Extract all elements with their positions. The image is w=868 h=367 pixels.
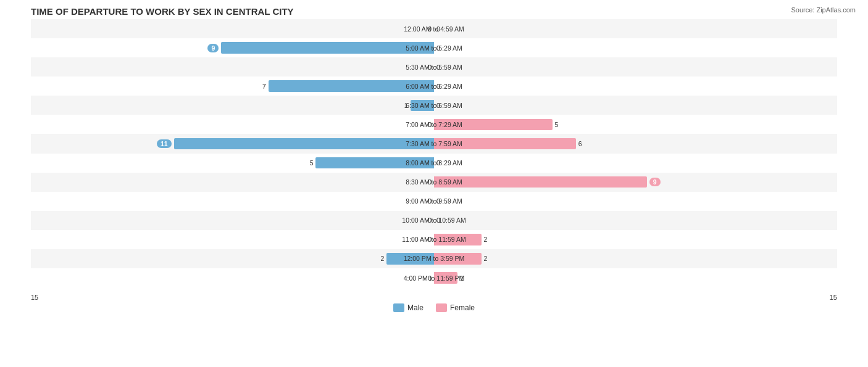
bar-row: 5:00 AM to 5:29 AM90 <box>31 38 837 57</box>
male-value: 2 <box>381 255 385 262</box>
female-bar <box>434 234 482 245</box>
male-legend-label: Male <box>407 303 424 312</box>
bar-row: 10:00 AM to 10:59 AM00 <box>31 211 837 230</box>
female-bar <box>434 253 482 265</box>
female-bar <box>434 272 457 284</box>
female-value: 9 <box>649 178 661 186</box>
female-bar <box>434 176 647 188</box>
axis-left-label: 15 <box>31 294 38 301</box>
bar-row: 12:00 PM to 3:59 PM22 <box>31 249 837 268</box>
female-value: 6 <box>578 140 582 147</box>
bar-row: 11:00 AM to 11:59 AM02 <box>31 230 837 249</box>
bar-row: 7:30 AM to 7:59 AM116 <box>31 134 837 153</box>
male-value: 0 <box>428 197 432 205</box>
female-legend-box <box>436 303 447 312</box>
female-value: 2 <box>484 236 488 243</box>
time-label: 5:30 AM to 5:59 AM <box>406 64 462 71</box>
male-value: 0 <box>428 236 432 243</box>
female-value: 0 <box>436 83 440 90</box>
chart-area: 12:00 AM to 4:59 AM005:00 AM to 5:29 AM9… <box>12 19 856 318</box>
bar-row: 9:00 AM to 9:59 AM00 <box>31 192 837 211</box>
bar-row: 12:00 AM to 4:59 AM00 <box>31 19 837 38</box>
bar-row: 6:30 AM to 6:59 AM10 <box>31 96 837 115</box>
male-value: 0 <box>428 274 432 282</box>
male-bar <box>411 100 434 112</box>
male-bar <box>386 253 434 265</box>
male-value: 11 <box>157 139 172 148</box>
male-legend-box <box>393 303 404 312</box>
male-bar <box>315 157 434 169</box>
time-label: 12:00 AM to 4:59 AM <box>404 25 464 33</box>
female-value: 0 <box>436 216 440 224</box>
male-value: 1 <box>404 102 408 109</box>
legend-male: Male <box>393 303 424 312</box>
chart-title: TIME OF DEPARTURE TO WORK BY SEX IN CENT… <box>12 6 856 17</box>
female-value: 0 <box>436 64 440 71</box>
female-value: 0 <box>436 25 440 33</box>
legend: Male Female <box>393 303 475 312</box>
male-value: 0 <box>428 121 432 128</box>
male-value: 5 <box>310 159 314 167</box>
female-value: 1 <box>460 274 464 282</box>
chart-container: TIME OF DEPARTURE TO WORK BY SEX IN CENT… <box>0 0 868 367</box>
bar-row: 8:00 AM to 8:29 AM50 <box>31 154 837 173</box>
male-bar <box>174 138 434 150</box>
male-value: 0 <box>428 64 432 71</box>
female-value: 0 <box>436 44 440 52</box>
bar-row: 6:00 AM to 6:29 AM70 <box>31 76 837 96</box>
male-value: 7 <box>262 83 266 90</box>
male-bar <box>221 42 434 54</box>
female-bar <box>434 119 553 131</box>
female-value: 5 <box>555 121 559 128</box>
female-value: 0 <box>436 159 440 167</box>
male-value: 9 <box>207 44 219 52</box>
female-bar <box>434 138 576 150</box>
bar-row: 4:00 PM to 11:59 PM01 <box>31 268 837 287</box>
male-value: 0 <box>428 178 432 186</box>
male-bar <box>269 80 434 92</box>
source-label: Source: ZipAtlas.com <box>791 6 856 14</box>
female-value: 0 <box>436 197 440 205</box>
axis-right-label: 15 <box>830 294 837 301</box>
time-label: 10:00 AM to 10:59 AM <box>402 216 465 224</box>
male-value: 0 <box>428 216 432 224</box>
female-legend-label: Female <box>450 303 475 312</box>
male-value: 0 <box>428 25 432 33</box>
rows-container: 12:00 AM to 4:59 AM005:00 AM to 5:29 AM9… <box>31 19 837 287</box>
female-value: 0 <box>436 102 440 109</box>
bar-row: 7:00 AM to 7:29 AM05 <box>31 115 837 134</box>
bar-row: 8:30 AM to 8:59 AM09 <box>31 173 837 192</box>
legend-female: Female <box>436 303 475 312</box>
time-label: 9:00 AM to 9:59 AM <box>406 197 462 205</box>
female-value: 2 <box>484 255 488 262</box>
bar-row: 5:30 AM to 5:59 AM00 <box>31 57 837 76</box>
